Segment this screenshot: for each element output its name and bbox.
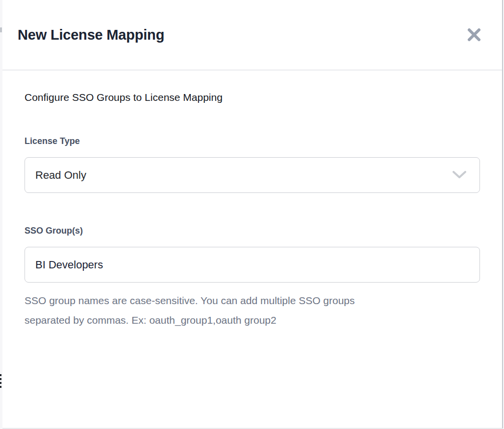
sso-groups-field: SSO Group(s) SSO group names are case-se… [25,226,480,330]
obscured-background-element [0,27,2,32]
chevron-down-icon [453,171,466,179]
modal-title: New License Mapping [18,27,164,43]
close-button[interactable] [466,26,482,43]
license-type-select[interactable]: Read Only [25,157,480,193]
sso-groups-input[interactable] [25,247,480,283]
obscured-background-list-icon [0,382,1,384]
sso-groups-label: SSO Group(s) [25,226,480,236]
obscured-background-list-icon [0,374,1,376]
sso-groups-help-line: separated by commas. Ex: oauth_group1,oa… [25,310,480,330]
obscured-background-list-icon [0,378,1,380]
license-type-label: License Type [25,136,480,146]
modal-header: New License Mapping [2,0,502,71]
page-background: New License Mapping Configure SSO Groups… [0,0,504,429]
new-license-mapping-modal: New License Mapping Configure SSO Groups… [2,0,503,429]
obscured-background-list-icon [0,386,1,388]
sso-groups-help-line: SSO group names are case-sensitive. You … [25,291,480,310]
sso-groups-help-text: SSO group names are case-sensitive. You … [25,283,480,330]
modal-description: Configure SSO Groups to License Mapping [25,71,480,103]
modal-body: Configure SSO Groups to License Mapping … [2,71,502,330]
license-type-selected-value: Read Only [35,169,86,182]
close-icon [467,28,481,42]
license-type-field: License Type Read Only [25,136,480,193]
